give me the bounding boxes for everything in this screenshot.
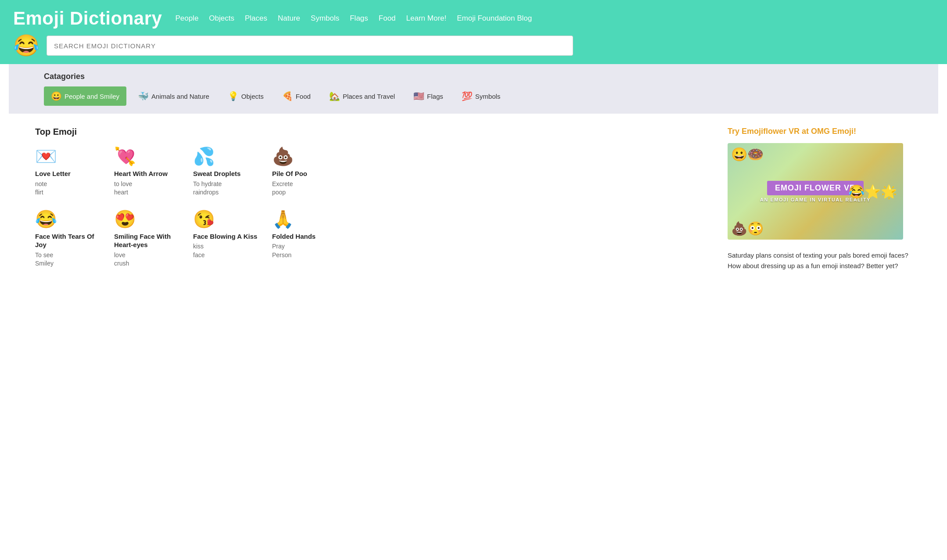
emoji-item-7[interactable]: 🙏 Folded Hands PrayPerson bbox=[272, 210, 342, 268]
emoji-grid: 💌 Love Letter noteflirt 💘 Heart With Arr… bbox=[35, 147, 710, 268]
category-tab-people-and-smiley[interactable]: 😀People and Smiley bbox=[44, 86, 126, 106]
main-nav: PeopleObjectsPlacesNatureSymbolsFlagsFoo… bbox=[175, 14, 532, 23]
nav-link-emoji-foundation-blog[interactable]: Emoji Foundation Blog bbox=[457, 14, 532, 23]
nav-link-flags[interactable]: Flags bbox=[350, 14, 368, 23]
emoji-item-4[interactable]: 😂 Face With Tears Of Joy To seeSmiley bbox=[35, 210, 105, 268]
category-tab-flags[interactable]: 🇺🇸Flags bbox=[406, 86, 450, 106]
emoji-tags-4: To seeSmiley bbox=[35, 251, 105, 268]
category-tab-places-and-travel[interactable]: 🏡Places and Travel bbox=[322, 86, 402, 106]
emoji-name-6: Face Blowing A Kiss bbox=[193, 232, 263, 241]
emoji-tags-2: To hydrateraindrops bbox=[193, 180, 263, 197]
search-input[interactable] bbox=[47, 36, 573, 56]
tab-icon-6: 💯 bbox=[462, 91, 473, 101]
nav-link-places[interactable]: Places bbox=[245, 14, 267, 23]
emoji-name-0: Love Letter bbox=[35, 169, 105, 178]
emoji-name-2: Sweat Droplets bbox=[193, 169, 263, 178]
promo-title: Try Emojiflower VR at OMG Emoji! bbox=[728, 127, 912, 136]
emoji-tags-3: Excretepoop bbox=[272, 180, 342, 197]
tab-icon-2: 💡 bbox=[228, 91, 239, 101]
laugh-emoji-icon: 😂 bbox=[13, 35, 39, 56]
emoji-tags-1: to loveheart bbox=[114, 180, 184, 197]
emoji-tags-0: noteflirt bbox=[35, 180, 105, 197]
tab-icon-1: 🐳 bbox=[138, 91, 149, 101]
promo-emoji-top-left: 😀🍩 bbox=[731, 147, 764, 162]
categories-section: Catagories 😀People and Smiley🐳Animals an… bbox=[9, 64, 938, 114]
emoji-icon-1: 💘 bbox=[114, 147, 184, 165]
header: Emoji Dictionary PeopleObjectsPlacesNatu… bbox=[0, 0, 947, 64]
nav-link-nature[interactable]: Nature bbox=[278, 14, 300, 23]
promo-description: Saturday plans consist of texting your p… bbox=[728, 250, 912, 271]
promo-emoji-bottom-left: 💩😳 bbox=[731, 221, 764, 236]
right-panel: Try Emojiflower VR at OMG Emoji! 😀🍩 💩😳 😂… bbox=[728, 127, 912, 271]
tab-label-4: Places and Travel bbox=[343, 93, 395, 100]
tab-icon-3: 🍕 bbox=[282, 91, 293, 101]
emoji-item-2[interactable]: 💦 Sweat Droplets To hydrateraindrops bbox=[193, 147, 263, 197]
category-tab-symbols[interactable]: 💯Symbols bbox=[455, 86, 508, 106]
category-tab-food[interactable]: 🍕Food bbox=[275, 86, 318, 106]
tab-label-3: Food bbox=[296, 93, 311, 100]
tab-icon-5: 🇺🇸 bbox=[413, 91, 424, 101]
emoji-icon-0: 💌 bbox=[35, 147, 105, 165]
nav-link-learn-more![interactable]: Learn More! bbox=[406, 14, 447, 23]
tab-label-2: Objects bbox=[241, 93, 264, 100]
top-emoji-title: Top Emoji bbox=[35, 127, 710, 137]
emoji-item-5[interactable]: 😍 Smiling Face With Heart-eyes lovecrush bbox=[114, 210, 184, 268]
tab-icon-0: 😀 bbox=[51, 91, 62, 101]
category-tab-objects[interactable]: 💡Objects bbox=[221, 86, 271, 106]
emoji-icon-5: 😍 bbox=[114, 210, 184, 228]
emoji-name-1: Heart With Arrow bbox=[114, 169, 184, 178]
nav-link-food[interactable]: Food bbox=[379, 14, 396, 23]
emoji-name-4: Face With Tears Of Joy bbox=[35, 232, 105, 249]
emoji-item-6[interactable]: 😘 Face Blowing A Kiss kissface bbox=[193, 210, 263, 268]
tab-icon-4: 🏡 bbox=[329, 91, 340, 101]
category-tabs: 😀People and Smiley🐳Animals and Nature💡Ob… bbox=[44, 86, 925, 106]
site-title: Emoji Dictionary bbox=[13, 8, 162, 29]
left-panel: Top Emoji 💌 Love Letter noteflirt 💘 Hear… bbox=[35, 127, 710, 271]
emoji-name-5: Smiling Face With Heart-eyes bbox=[114, 232, 184, 249]
emoji-item-1[interactable]: 💘 Heart With Arrow to loveheart bbox=[114, 147, 184, 197]
emoji-tags-6: kissface bbox=[193, 242, 263, 259]
emoji-name-3: Pile Of Poo bbox=[272, 169, 342, 178]
categories-title: Catagories bbox=[44, 72, 925, 81]
emoji-icon-2: 💦 bbox=[193, 147, 263, 165]
emoji-icon-4: 😂 bbox=[35, 210, 105, 228]
emoji-icon-3: 💩 bbox=[272, 147, 342, 165]
nav-link-objects[interactable]: Objects bbox=[209, 14, 234, 23]
tab-label-6: Symbols bbox=[475, 93, 501, 100]
tab-label-0: People and Smiley bbox=[65, 93, 119, 100]
main-content: Top Emoji 💌 Love Letter noteflirt 💘 Hear… bbox=[0, 114, 947, 284]
nav-link-people[interactable]: People bbox=[175, 14, 198, 23]
search-area: 😂 bbox=[13, 29, 934, 64]
tab-label-1: Animals and Nature bbox=[151, 93, 209, 100]
emoji-tags-7: PrayPerson bbox=[272, 242, 342, 259]
emoji-item-0[interactable]: 💌 Love Letter noteflirt bbox=[35, 147, 105, 197]
nav-link-symbols[interactable]: Symbols bbox=[311, 14, 339, 23]
emoji-item-3[interactable]: 💩 Pile Of Poo Excretepoop bbox=[272, 147, 342, 197]
promo-emoji-right: 😂⭐🌟 bbox=[848, 184, 897, 199]
promo-image[interactable]: 😀🍩 💩😳 😂⭐🌟 EMOJI FLOWER VR AN EMOJI GAME … bbox=[728, 143, 903, 240]
emoji-icon-6: 😘 bbox=[193, 210, 263, 228]
tab-label-5: Flags bbox=[427, 93, 443, 100]
category-tab-animals-and-nature[interactable]: 🐳Animals and Nature bbox=[131, 86, 216, 106]
emoji-name-7: Folded Hands bbox=[272, 232, 342, 241]
emoji-icon-7: 🙏 bbox=[272, 210, 342, 228]
emoji-tags-5: lovecrush bbox=[114, 251, 184, 268]
